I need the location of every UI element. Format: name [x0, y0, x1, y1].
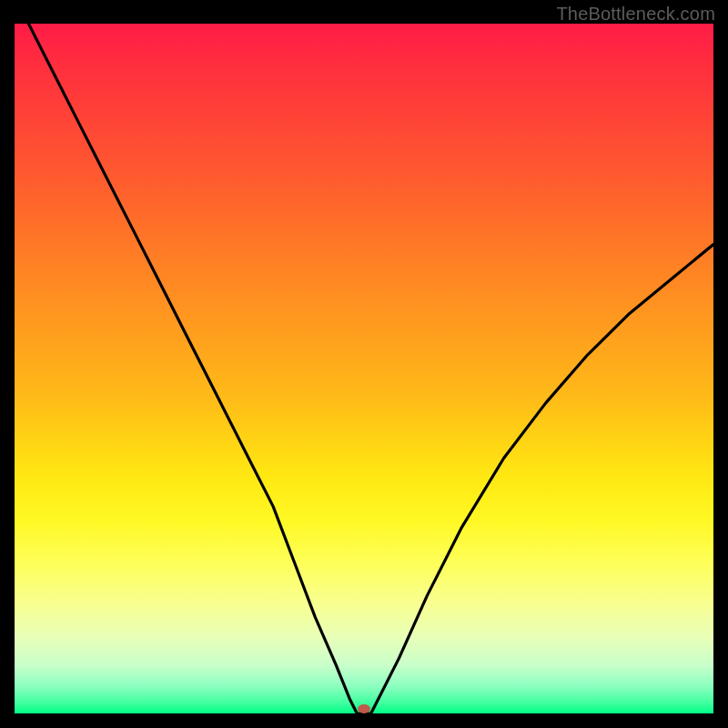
- optimum-marker: [358, 704, 370, 713]
- watermark-text: TheBottleneck.com: [556, 4, 715, 25]
- plot-area: [15, 24, 713, 713]
- chart-frame: TheBottleneck.com: [0, 0, 728, 728]
- bottleneck-curve: [28, 24, 713, 713]
- curve-layer: [15, 24, 713, 713]
